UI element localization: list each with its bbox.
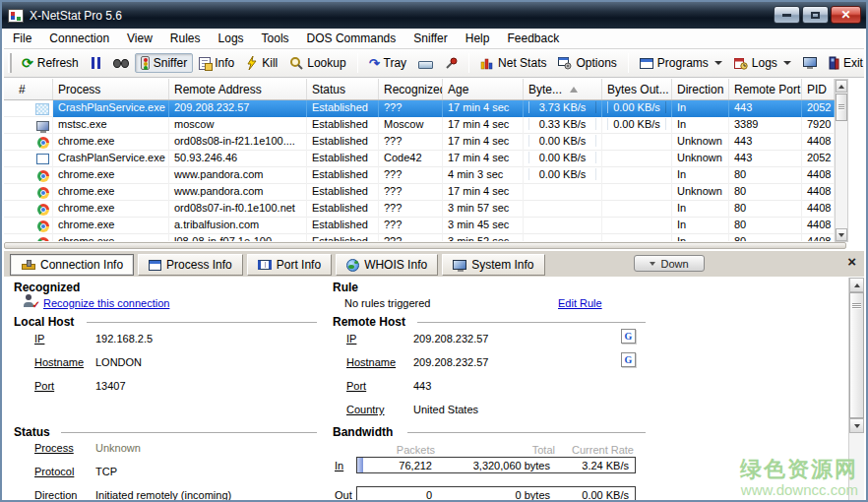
cell-remote[interactable]: www.pandora.com (169, 167, 307, 184)
cell-process[interactable]: CrashPlanService.exe (53, 151, 169, 167)
sniffer-button[interactable]: Sniffer (135, 53, 193, 73)
scroll-down-button[interactable] (849, 418, 864, 433)
status-direction-label[interactable]: Direction (34, 489, 77, 501)
cell-process[interactable]: mstsc.exe (53, 117, 169, 134)
cell-age[interactable]: 17 min 4 sec (443, 184, 524, 201)
cell-status[interactable]: Established (307, 201, 379, 218)
pause-button[interactable] (85, 54, 107, 72)
tray-button[interactable]: ↷ Tray (363, 53, 412, 73)
cell-recognized[interactable]: ??? (379, 100, 443, 117)
menu-item-feedback[interactable]: Feedback (498, 29, 568, 48)
scrollbar-thumb[interactable] (836, 94, 847, 121)
cell-remote_port[interactable]: 3389 (729, 117, 802, 134)
google-lookup-ip-button[interactable]: G (621, 329, 636, 344)
cell-process[interactable]: chrome.exe (53, 134, 169, 151)
remote-ip-label[interactable]: IP (346, 333, 356, 345)
local-port-label[interactable]: Port (34, 380, 54, 392)
cell-bytes_out[interactable] (602, 234, 672, 241)
cell-process[interactable]: chrome.exe (53, 234, 169, 241)
tab-port-info[interactable]: Port Info (247, 254, 332, 276)
scroll-up-button[interactable] (836, 80, 847, 93)
cell-status[interactable]: Established (307, 134, 379, 151)
cell-pid[interactable]: 7920 (802, 117, 835, 134)
cell-status[interactable]: Established (307, 100, 379, 117)
cell-pid[interactable]: 2052 (802, 100, 835, 117)
remote-country-label[interactable]: Country (346, 404, 385, 415)
cell-remote_port[interactable]: 80 (729, 234, 802, 241)
table-row[interactable]: CrashPlanService.exe50.93.246.46Establis… (4, 151, 835, 167)
cell-status[interactable]: Established (307, 184, 379, 201)
cell-remote[interactable]: ord08s07-in-f0.1e100.net (169, 201, 307, 218)
cell-icon[interactable] (4, 184, 53, 201)
cell-bytes_out[interactable] (602, 184, 672, 201)
toolbar-grip[interactable] (8, 53, 12, 73)
status-protocol-label[interactable]: Protocol (34, 466, 74, 477)
cell-remote[interactable]: 50.93.246.46 (169, 151, 307, 167)
lookup-button[interactable]: Lookup (283, 53, 351, 73)
cell-remote[interactable]: a.tribalfusion.com (169, 218, 307, 234)
close-button[interactable]: ✕ (831, 6, 861, 24)
cell-bytes_in[interactable]: 0.00 KB/s (524, 167, 602, 184)
tab-system-info[interactable]: System Info (442, 254, 544, 276)
cell-process[interactable]: chrome.exe (53, 201, 169, 218)
cell-remote_port[interactable]: 443 (729, 151, 802, 167)
cell-remote_port[interactable]: 443 (729, 134, 802, 151)
programs-button[interactable]: Programs (634, 53, 728, 73)
cell-remote[interactable]: www.pandora.com (169, 184, 307, 201)
table-row[interactable]: chrome.exewww.pandora.comEstablished???1… (4, 184, 835, 201)
cell-recognized[interactable]: ??? (379, 201, 443, 218)
cell-bytes_in[interactable]: 0.00 KB/s (524, 151, 602, 167)
menu-item-sniffer[interactable]: Sniffer (404, 29, 456, 48)
cell-pid[interactable]: 4408 (802, 184, 835, 201)
cell-status[interactable]: Established (307, 218, 379, 234)
find-button[interactable] (107, 56, 135, 71)
menu-item-logs[interactable]: Logs (210, 29, 253, 48)
cell-direction[interactable]: Unknown (672, 151, 729, 167)
cell-remote[interactable]: moscow (169, 117, 307, 134)
menu-item-file[interactable]: File (4, 29, 40, 48)
table-row[interactable]: mstsc.exemoscowEstablishedMoscow17 min 4… (4, 117, 835, 134)
cell-age[interactable]: 3 min 57 sec (443, 201, 524, 218)
cell-bytes_in[interactable]: 0.00 KB/s (524, 134, 602, 151)
info-button[interactable]: Info (193, 53, 240, 73)
cell-status[interactable]: Established (307, 117, 379, 134)
cell-bytes_in[interactable] (524, 234, 602, 241)
remote-port-label[interactable]: Port (346, 380, 366, 392)
cell-age[interactable]: 4 min 3 sec (443, 167, 524, 184)
cell-remote[interactable]: ord08s08-in-f21.1e100.... (169, 134, 307, 151)
remote-hostname-label[interactable]: Hostname (346, 356, 396, 368)
menu-item-tools[interactable]: Tools (253, 29, 298, 48)
cell-icon[interactable] (4, 234, 53, 241)
cell-bytes_out[interactable] (602, 167, 672, 184)
menu-item-view[interactable]: View (118, 29, 161, 48)
column-header-bytes-out-[interactable]: Bytes Out... (602, 79, 672, 99)
status-process-label[interactable]: Process (34, 442, 74, 454)
cell-pid[interactable]: 4408 (802, 234, 835, 241)
google-lookup-hostname-button[interactable]: G (621, 352, 636, 367)
scroll-up-button[interactable] (849, 278, 864, 292)
cell-age[interactable]: 17 min 4 sec (443, 151, 524, 167)
cell-icon[interactable] (4, 100, 53, 117)
tab-process-info[interactable]: Process Info (138, 254, 243, 276)
remote-computer-button[interactable] (797, 56, 823, 70)
column-header-age[interactable]: Age (443, 79, 524, 99)
column-header-status[interactable]: Status (307, 79, 379, 99)
cell-status[interactable]: Established (307, 167, 379, 184)
exit-button[interactable]: Exit (823, 53, 868, 73)
edit-rule-link[interactable]: Edit Rule (558, 297, 602, 309)
table-row[interactable]: CrashPlanService.exe209.208.232.57Establ… (4, 100, 835, 117)
cell-bytes_out[interactable] (602, 218, 672, 234)
cell-process[interactable]: chrome.exe (53, 218, 169, 234)
cell-bytes_out[interactable]: 0.00 KB/s (602, 117, 672, 134)
cell-age[interactable]: 17 min 4 sec (443, 134, 524, 151)
cell-bytes_out[interactable] (602, 201, 672, 218)
panel-down-button[interactable]: Down (634, 255, 705, 272)
cell-status[interactable]: Established (307, 234, 379, 241)
table-row[interactable]: chrome.exeord08s08-in-f21.1e100....Estab… (4, 134, 835, 151)
menu-item-help[interactable]: Help (457, 29, 499, 48)
scrollbar-thumb[interactable] (849, 292, 864, 418)
cell-remote_port[interactable]: 80 (729, 167, 802, 184)
list-scrollbar[interactable] (835, 79, 848, 242)
cell-recognized[interactable]: ??? (379, 218, 443, 234)
net-stats-button[interactable]: Net Stats (474, 53, 552, 73)
